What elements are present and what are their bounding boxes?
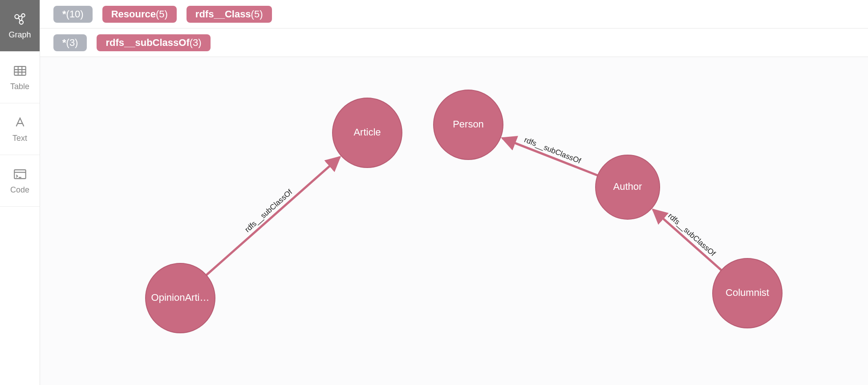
pill-label: * <box>62 8 66 20</box>
pill-count: (5) <box>156 8 168 20</box>
tab-label: Table <box>10 82 29 91</box>
pill-label: rdfs__subClassOf <box>105 37 189 49</box>
tab-code[interactable]: Code <box>0 155 40 207</box>
graph-edge[interactable] <box>502 138 598 176</box>
graph-svg[interactable]: rdfs__subClassOfrdfs__subClassOfrdfs__su… <box>40 57 868 385</box>
tab-graph[interactable]: Graph <box>0 0 40 52</box>
pill-count: (3) <box>190 37 202 49</box>
filter-pill-all-nodes[interactable]: *(10) <box>53 6 93 23</box>
graph-node[interactable]: Author <box>596 155 660 219</box>
svg-point-7 <box>596 155 660 219</box>
graph-edge[interactable] <box>206 157 340 275</box>
graph-node[interactable]: Article <box>333 98 402 168</box>
pill-count: (3) <box>66 37 78 49</box>
svg-point-8 <box>713 258 782 328</box>
pill-label: * <box>62 37 66 49</box>
graph-icon <box>12 12 28 27</box>
view-sidebar: Graph Table Text Code <box>0 0 40 385</box>
svg-point-2 <box>19 20 23 25</box>
graph-canvas[interactable]: rdfs__subClassOfrdfs__subClassOfrdfs__su… <box>40 57 868 385</box>
pill-label: Resource <box>111 8 156 20</box>
filter-pill-rdfs-class[interactable]: rdfs__Class(5) <box>187 6 272 23</box>
code-icon <box>12 167 28 182</box>
node-label-toolbar: *(10) Resource(5) rdfs__Class(5) <box>40 0 868 29</box>
pill-count: (5) <box>251 8 263 20</box>
app-root: Graph Table Text Code <box>0 0 868 385</box>
tab-table[interactable]: Table <box>0 52 40 103</box>
text-icon <box>12 115 28 130</box>
graph-edge[interactable] <box>653 209 722 270</box>
tab-label: Graph <box>8 30 31 40</box>
tab-text[interactable]: Text <box>0 103 40 155</box>
graph-edge-label: rdfs__subClassOf <box>666 212 717 258</box>
graph-node[interactable]: OpinionArti… <box>146 263 215 333</box>
svg-point-5 <box>333 98 402 168</box>
filter-pill-subclassof[interactable]: rdfs__subClassOf(3) <box>97 34 210 51</box>
pill-label: rdfs__Class <box>195 8 251 20</box>
graph-node[interactable]: Columnist <box>713 258 782 328</box>
pill-count: (10) <box>66 8 84 20</box>
graph-node[interactable]: Person <box>434 90 503 160</box>
filter-pill-all-rels[interactable]: *(3) <box>53 34 87 51</box>
svg-point-9 <box>146 263 215 333</box>
tab-label: Text <box>12 134 27 143</box>
graph-edge-label: rdfs__subClassOf <box>243 188 294 234</box>
filter-pill-resource[interactable]: Resource(5) <box>102 6 177 23</box>
table-icon <box>12 63 28 78</box>
svg-point-6 <box>434 90 503 160</box>
svg-rect-3 <box>14 66 26 75</box>
svg-point-1 <box>21 14 24 17</box>
relationship-toolbar: *(3) rdfs__subClassOf(3) <box>40 29 868 57</box>
tab-label: Code <box>10 185 29 195</box>
main-panel: *(10) Resource(5) rdfs__Class(5) *(3) rd… <box>40 0 868 385</box>
